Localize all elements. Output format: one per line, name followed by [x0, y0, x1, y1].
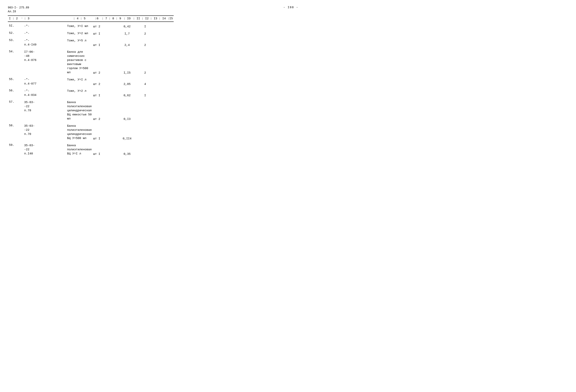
cell-col10 — [132, 100, 141, 122]
cell-desc: Банка полиэтиленовая цилиндрическая БЦ У… — [66, 123, 92, 141]
cell-num: 54. — [8, 49, 23, 75]
main-table: I : 2 ʼ : 3 : 4 : 5 :6 : 7 : 8 : 9 : IO … — [8, 15, 568, 156]
table-spacer — [8, 75, 568, 77]
cell-col10 — [132, 23, 141, 29]
col-header-10: : IO — [122, 16, 132, 22]
table-row: 5I.-"-Тоже, У=I млшт 20,42I — [8, 23, 568, 29]
cell-num: 56. — [8, 88, 23, 98]
cell-price: 0,62 — [122, 88, 132, 98]
cell-col6 — [101, 88, 122, 98]
table-row: 53.-"- п.4-I49Тоже, У=5 лшт I2,42 — [8, 38, 568, 48]
cell-num: 52. — [8, 31, 23, 36]
cell-col13 — [158, 123, 174, 141]
cell-desc: Банка полиэтиленовая цилиндрическая БЦ е… — [66, 100, 92, 122]
cell-desc: Тоже, У=2 мл — [66, 31, 92, 36]
cell-col12 — [149, 31, 158, 36]
cell-unit-qty: шт I — [92, 31, 101, 36]
cell-col10 — [132, 38, 141, 48]
cell-col6 — [101, 23, 122, 29]
cell-desc: Тоже, У=I мл — [66, 23, 92, 29]
cell-col14-15 — [174, 143, 568, 156]
cell-col14-15 — [174, 100, 568, 122]
table-spacer — [8, 36, 568, 38]
cell-desc: Банка полиэтиленовая БЦ У=I л — [66, 143, 92, 156]
cell-col11: I — [141, 23, 149, 29]
cell-unit-qty: шт 2 — [92, 100, 101, 122]
cell-col13 — [158, 49, 174, 75]
cell-col12 — [149, 77, 158, 87]
cell-code: -"- п.4-034 — [23, 88, 66, 98]
table-row: 56.-"- п.4-034Тоже, У=2 лшт I0,62I — [8, 88, 568, 98]
cell-col10 — [132, 77, 141, 87]
cell-price: I,7 — [122, 31, 132, 36]
cell-col13 — [158, 38, 174, 48]
cell-col11: 2 — [141, 38, 149, 48]
table-row: 54.I7-06- -48 п.4-076Банка для химически… — [8, 49, 568, 75]
table-row: 59.35-03- -22 п.I40Банка полиэтиленовая … — [8, 143, 568, 156]
cell-code: 35-03- -22 п.I40 — [23, 143, 66, 156]
cell-col12 — [149, 100, 158, 122]
cell-col12 — [149, 88, 158, 98]
cell-col12 — [149, 38, 158, 48]
cell-col14-15 — [174, 31, 568, 36]
cell-col12 — [149, 123, 158, 141]
cell-col11: 2 — [141, 49, 149, 75]
cell-desc: Тоже, У=I л — [66, 77, 92, 87]
cell-code: -"- п.4-077 — [23, 77, 66, 87]
col-header-13: : I3 — [149, 16, 158, 22]
cell-unit-qty: шт 2 — [92, 77, 101, 87]
cell-num: 53. — [8, 38, 23, 48]
cell-col14-15 — [174, 49, 568, 75]
cell-col11: I — [141, 88, 149, 98]
cell-num: 5I. — [8, 23, 23, 29]
cell-col6 — [101, 31, 122, 36]
cell-col13 — [158, 100, 174, 122]
cell-col14-15 — [174, 88, 568, 98]
cell-price: 2,4 — [122, 38, 132, 48]
cell-col10 — [132, 31, 141, 36]
cell-price: 0,I3 — [122, 100, 132, 122]
cell-code: -"- — [23, 31, 66, 36]
cell-desc: Тоже, У=2 л — [66, 88, 92, 98]
cell-code: I7-06- -48 п.4-076 — [23, 49, 66, 75]
col-header-6: :6 — [92, 16, 101, 22]
table-row: 58.35-03- -22 п.70Банка полиэтиленовая ц… — [8, 123, 568, 141]
cell-col12 — [149, 143, 158, 156]
cell-price: I,I5 — [122, 49, 132, 75]
page-header: 903-I- 275.89 Ал.I8 - I88 - — [8, 6, 568, 13]
col-header-4-5: : 4 : 5 — [66, 16, 92, 22]
cell-num: 57. — [8, 100, 23, 122]
cell-unit-qty: шт I — [92, 143, 101, 156]
table-row: 57.35-03- -22 п.78Банка полиэтиленовая ц… — [8, 100, 568, 122]
table-spacer — [8, 98, 568, 100]
table-spacer — [8, 141, 568, 143]
cell-col14-15 — [174, 123, 568, 141]
cell-desc: Тоже, У=5 л — [66, 38, 92, 48]
cell-col10 — [132, 123, 141, 141]
table-spacer — [8, 122, 568, 123]
main-table-wrapper: I : 2 ʼ : 3 : 4 : 5 :6 : 7 : 8 : 9 : IO … — [8, 15, 568, 156]
cell-col10 — [132, 143, 141, 156]
cell-unit-qty: шт 2 — [92, 49, 101, 75]
table-spacer — [8, 29, 568, 31]
cell-col13 — [158, 77, 174, 87]
table-header-row: I : 2 ʼ : 3 : 4 : 5 :6 : 7 : 8 : 9 : IO … — [8, 16, 568, 22]
cell-code: 35-03- -22 п.78 — [23, 100, 66, 122]
cell-col13 — [158, 23, 174, 29]
cell-col11 — [141, 123, 149, 141]
cell-unit-qty: шт I — [92, 88, 101, 98]
cell-col13 — [158, 88, 174, 98]
cell-col13 — [158, 31, 174, 36]
table-spacer — [8, 87, 568, 88]
cell-col6 — [101, 49, 122, 75]
cell-num: 58. — [8, 123, 23, 141]
cell-col11: 2 — [141, 31, 149, 36]
table-row: 52.-"-Тоже, У=2 млшт II,72 — [8, 31, 568, 36]
col-header-11: : II — [132, 16, 141, 22]
table-spacer — [8, 22, 568, 23]
cell-col11 — [141, 143, 149, 156]
cell-price: 0,II4 — [122, 123, 132, 141]
cell-col10 — [132, 88, 141, 98]
table-row: 55.-"- п.4-077Тоже, У=I лшт 22,054 — [8, 77, 568, 87]
cell-col12 — [149, 49, 158, 75]
